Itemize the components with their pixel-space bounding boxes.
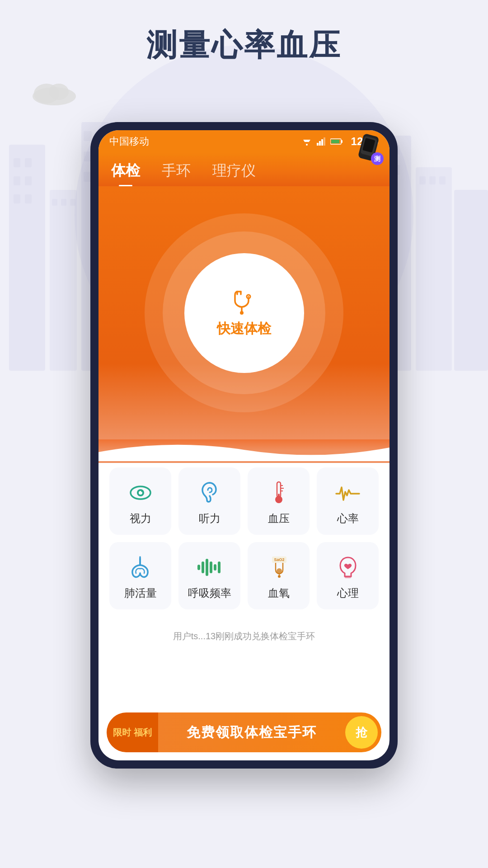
svg-rect-45 [331, 140, 339, 143]
svg-point-52 [248, 296, 249, 297]
blood-oxygen-item[interactable]: SaO2 血氧 [248, 542, 310, 609]
vision-item[interactable]: 视力 [109, 467, 171, 535]
svg-rect-7 [50, 190, 77, 371]
svg-point-38 [306, 144, 308, 146]
heart-rate-label: 心率 [337, 511, 359, 526]
signal-icon [317, 137, 326, 146]
svg-rect-10 [70, 199, 75, 206]
mental-item[interactable]: 心理 [317, 542, 379, 609]
svg-rect-6 [25, 194, 32, 203]
svg-point-75 [278, 575, 281, 578]
hearing-label: 听力 [199, 511, 221, 526]
svg-rect-67 [206, 559, 208, 576]
quick-exam-button[interactable]: 快速体检 [184, 253, 304, 373]
grid-row-1: 视力 听力 [109, 467, 379, 535]
ear-icon [200, 480, 220, 505]
middle-circle: 快速体检 [163, 231, 325, 394]
svg-rect-72 [277, 568, 282, 574]
lung-label: 肺活量 [124, 586, 157, 600]
tab-band[interactable]: 手环 [162, 161, 191, 186]
svg-rect-42 [324, 137, 325, 146]
blood-pressure-item[interactable]: 血压 [248, 467, 310, 535]
status-bar: 中国移动 [99, 130, 389, 153]
breath-item[interactable]: 呼吸频率 [178, 542, 240, 609]
wave-divider [99, 439, 389, 463]
svg-rect-41 [321, 139, 323, 146]
heartbeat-icon [335, 480, 360, 505]
quick-exam-label: 快速体检 [217, 320, 271, 338]
svg-point-53 [240, 311, 244, 315]
svg-rect-76 [345, 576, 351, 578]
svg-rect-30 [429, 176, 436, 184]
carrier-label: 中国移动 [109, 135, 301, 148]
banner-button[interactable]: 抢 [345, 716, 378, 749]
svg-rect-28 [416, 167, 452, 371]
cloud-icon [29, 79, 79, 106]
vision-label: 视力 [130, 511, 151, 526]
wifi-icon [301, 137, 312, 146]
battery-icon [330, 138, 343, 145]
ticker-text: 用户ts...13刚刚成功兑换体检宝手环 [173, 631, 315, 641]
svg-rect-12 [84, 131, 92, 141]
svg-rect-39 [317, 143, 319, 146]
svg-point-35 [49, 84, 69, 100]
hearing-item[interactable]: 听力 [178, 467, 240, 535]
page-title: 测量心率血压 [0, 25, 488, 66]
phone-screen: 中国移动 [99, 130, 389, 760]
ticker-bar: 用户ts...13刚刚成功兑换体检宝手环 [99, 626, 389, 647]
main-section[interactable]: 快速体检 [99, 186, 389, 439]
svg-rect-3 [14, 176, 20, 185]
blood-oxygen-label: 血氧 [268, 586, 290, 600]
grid-row-2: 肺活量 呼吸频率 [109, 542, 379, 609]
svg-rect-32 [454, 190, 488, 371]
blood-pressure-label: 血压 [268, 511, 290, 526]
svg-rect-1 [14, 158, 20, 167]
top-navigation: 体检 手环 理疗仪 测 [99, 153, 389, 186]
svg-rect-29 [419, 176, 426, 184]
tab-therapy[interactable]: 理疗仪 [212, 161, 256, 186]
band-icon: 测 [351, 132, 385, 166]
thermometer-icon [272, 480, 286, 505]
svg-point-60 [275, 496, 282, 503]
breath-label: 呼吸频率 [188, 586, 231, 600]
lung-icon [128, 555, 153, 580]
svg-rect-44 [341, 140, 343, 143]
stethoscope-icon [230, 288, 258, 315]
svg-text:测: 测 [374, 155, 380, 162]
outer-circle: 快速体检 [145, 213, 343, 412]
svg-rect-9 [61, 199, 66, 206]
svg-rect-5 [14, 194, 20, 203]
svg-rect-65 [197, 565, 200, 570]
svg-rect-40 [319, 141, 321, 146]
svg-rect-68 [210, 561, 212, 573]
breath-icon [197, 555, 223, 580]
bottom-banner[interactable]: 限时 福利 免费领取体检宝手环 抢 [107, 712, 381, 752]
svg-rect-8 [52, 199, 57, 206]
phone-frame: 中国移动 [90, 122, 398, 769]
tab-physical-exam[interactable]: 体检 [111, 161, 140, 186]
band-icon-container[interactable]: 测 [351, 132, 385, 166]
heart-rate-item[interactable]: 心率 [317, 467, 379, 535]
banner-tag: 限时 福利 [107, 712, 158, 752]
feature-grid: 视力 听力 [99, 463, 389, 626]
nav-tabs[interactable]: 体检 手环 理疗仪 [111, 161, 377, 186]
lung-item[interactable]: 肺活量 [109, 542, 171, 609]
svg-rect-31 [439, 176, 446, 184]
eye-icon [129, 480, 152, 505]
banner-text: 免费领取体检宝手环 [158, 723, 345, 742]
svg-rect-4 [25, 176, 32, 185]
head-icon [337, 555, 359, 580]
mental-label: 心理 [337, 586, 359, 600]
svg-rect-66 [202, 561, 204, 573]
svg-text:SaO2: SaO2 [274, 557, 284, 562]
svg-rect-2 [25, 158, 32, 167]
svg-point-57 [141, 491, 142, 492]
svg-rect-70 [218, 561, 221, 573]
tube-icon: SaO2 [270, 555, 287, 580]
svg-rect-69 [214, 564, 216, 571]
